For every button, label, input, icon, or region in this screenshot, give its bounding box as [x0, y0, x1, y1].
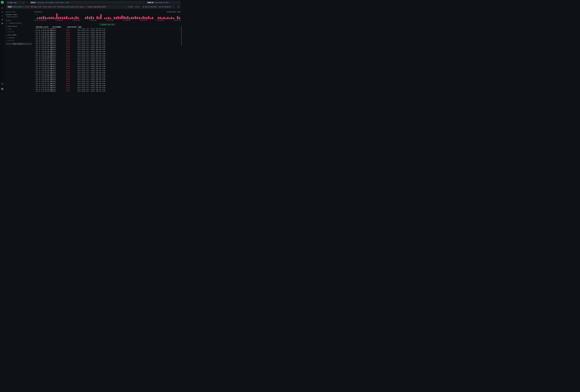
histogram-bar[interactable] — [75, 16, 77, 19]
histogram-bar[interactable] — [77, 17, 79, 19]
table-row[interactable]: ›Jun 11 1:54:40.218 PMpaymenterrorVisa c… — [34, 52, 180, 54]
histogram-bar[interactable] — [135, 16, 136, 19]
table-row[interactable]: ›Jun 11 1:55:51.448 PMpaymenterrorVisa c… — [34, 41, 180, 43]
histogram-bar[interactable] — [114, 17, 115, 19]
load-more-severity[interactable]: Load more — [6, 31, 32, 32]
row-expand-chevron-icon[interactable]: › — [34, 47, 36, 49]
row-expand-chevron-icon[interactable]: › — [34, 45, 36, 47]
table-row[interactable]: ›Jun 11 1:55:16.296 PMpaymenterrorVisa c… — [34, 45, 180, 47]
column-resize-handle[interactable]: ⋮ — [77, 26, 78, 28]
histogram-bar[interactable] — [150, 18, 151, 19]
row-expand-chevron-icon[interactable]: › — [34, 30, 36, 31]
histogram-bar[interactable] — [89, 17, 90, 19]
row-expand-chevron-icon[interactable]: › — [34, 54, 36, 56]
row-expand-chevron-icon[interactable]: › — [34, 75, 36, 77]
histogram-bar[interactable] — [66, 16, 67, 19]
table-row[interactable]: ›Jun 11 1:54:26.230 PMpaymenterrorVisa c… — [34, 54, 180, 56]
histogram-bar[interactable] — [106, 18, 107, 19]
histogram-bar[interactable] — [45, 17, 46, 19]
filter-group-servicename[interactable]: ServiceName — [6, 34, 32, 36]
table-row[interactable]: ›Jun 11 1:52:19.473 PMpaymenterrorVisa c… — [34, 79, 180, 81]
load-more-service[interactable]: Load more — [6, 40, 32, 41]
row-expand-chevron-icon[interactable]: › — [34, 64, 36, 66]
sessions-nav-icon[interactable] — [1, 19, 3, 20]
histogram-bar[interactable] — [146, 17, 147, 19]
table-row[interactable]: ›Jun 11 1:52:02.581 PMpaymenterrorVisa c… — [34, 81, 180, 83]
column-resize-handle[interactable]: ⋮ — [179, 26, 180, 28]
lucene-language-toggle[interactable]: Lucene — [135, 6, 140, 8]
table-row[interactable]: ›Jun 11 1:53:41.873 PMpaymenterrorVisa c… — [34, 60, 180, 62]
search-nav-icon[interactable] — [1, 7, 3, 9]
row-expand-chevron-icon[interactable]: › — [34, 52, 36, 54]
table-row[interactable]: ›Jun 11 1:56:38.534 PMpaymenterrorVisa c… — [34, 32, 180, 33]
histogram-bar[interactable] — [108, 17, 109, 19]
checkout-checkbox[interactable] — [6, 37, 7, 38]
denoise-checkbox[interactable] — [6, 22, 7, 24]
run-query-button[interactable] — [176, 5, 180, 8]
table-row[interactable]: ›Jun 11 1:55:59.760 PMpaymenterrorVisa c… — [34, 39, 180, 41]
chart-nav-icon[interactable] — [1, 15, 3, 17]
histogram-bar[interactable] — [37, 18, 38, 19]
table-row[interactable]: ›Jun 11 1:53:05.578 PMpaymenterrorVisa c… — [34, 68, 180, 69]
table-scrollbar-thumb[interactable] — [181, 26, 182, 46]
row-expand-chevron-icon[interactable]: › — [34, 51, 36, 52]
row-expand-chevron-icon[interactable]: › — [34, 39, 36, 41]
row-expand-chevron-icon[interactable]: › — [34, 43, 36, 45]
table-row[interactable]: ›Jun 11 1:56:42.995 PMpaymenterrorVisa c… — [34, 30, 180, 31]
table-row[interactable]: ›Jun 11 1:51:47.229 PMpaymenterrorVisa c… — [34, 85, 180, 86]
histogram-bar[interactable] — [56, 13, 58, 19]
table-row[interactable]: ›Jun 11 1:52:35.232 PMpaymenterrorVisa c… — [34, 73, 180, 75]
column-severitytext[interactable]: ⋮SeverityText — [66, 26, 77, 28]
table-row[interactable]: ›Jun 11 1:55:39.324 PMpaymenterrorVisa c… — [34, 43, 180, 45]
histogram-bar[interactable] — [60, 17, 61, 19]
histogram-bar[interactable] — [58, 17, 59, 19]
dashboards-nav-icon[interactable] — [1, 22, 3, 24]
table-row[interactable]: ›Jun 11 1:54:09.906 PMpaymenterrorVisa c… — [34, 56, 180, 58]
time-range-picker[interactable]: Jun 11 13:41:52 - Jun 11 13:56:52 — [142, 5, 175, 8]
row-expand-chevron-icon[interactable]: › — [34, 71, 36, 73]
table-row[interactable]: ›Jun 11 1:54:52.241 PMpaymenterrorVisa c… — [34, 49, 180, 50]
histogram-bar[interactable] — [160, 17, 161, 19]
help-button[interactable]: ? — [1, 83, 3, 85]
mode-results-table[interactable]: Results Table — [6, 13, 32, 16]
histogram-bar[interactable] — [41, 17, 42, 19]
histogram-bar[interactable] — [110, 18, 111, 19]
histogram-bar[interactable] — [104, 18, 106, 19]
histogram-bar[interactable] — [100, 14, 102, 19]
histogram-bar[interactable] — [64, 17, 65, 19]
histogram-bar[interactable] — [137, 17, 138, 19]
logs-nav-icon[interactable] — [1, 11, 3, 13]
table-row[interactable]: ›Jun 11 1:56:51.975 PMpaymenterrorVisa c… — [34, 28, 180, 30]
row-expand-chevron-icon[interactable]: › — [34, 62, 36, 64]
row-expand-chevron-icon[interactable]: › — [34, 81, 36, 83]
where-search-input[interactable]: WHERE SeverityText = 'error' AND Body IL… — [6, 5, 141, 8]
table-row[interactable]: ›Jun 11 1:56:08.948 PMpaymenterrorVisa c… — [34, 35, 180, 37]
row-expand-chevron-icon[interactable]: › — [34, 66, 36, 68]
table-row[interactable]: ›Jun 11 1:56:03.248 PMpaymenterrorVisa c… — [34, 37, 180, 39]
row-expand-chevron-icon[interactable]: › — [34, 83, 36, 85]
table-row[interactable]: ›Jun 11 1:52:51.824 PMpaymenterrorVisa c… — [34, 71, 180, 73]
histogram-bar[interactable] — [143, 16, 144, 19]
histogram-bar[interactable] — [97, 16, 98, 19]
histogram-bar[interactable] — [169, 18, 170, 19]
histogram-bar[interactable] — [68, 18, 69, 19]
histogram-bar[interactable] — [118, 16, 119, 19]
histogram-bar[interactable] — [127, 16, 129, 19]
user-avatar[interactable]: U — [1, 88, 3, 90]
histogram-bar[interactable] — [93, 17, 94, 19]
histogram-bar[interactable] — [49, 17, 50, 19]
table-row[interactable]: ›Jun 11 1:54:43.948 PMpaymenterrorVisa c… — [34, 51, 180, 52]
table-row[interactable]: ›Jun 11 1:51:31.415 PMpaymenterrorVisa c… — [34, 90, 180, 92]
more-filters-button[interactable]: More filters — [6, 43, 32, 45]
row-expand-chevron-icon[interactable]: › — [34, 68, 36, 69]
row-expand-chevron-icon[interactable]: › — [34, 73, 36, 75]
histogram-bar[interactable] — [91, 16, 92, 19]
histogram-bar[interactable] — [47, 18, 48, 19]
row-expand-chevron-icon[interactable]: › — [34, 28, 36, 30]
column-resize-handle[interactable]: ⋮ — [66, 26, 67, 28]
table-row[interactable]: ›Jun 11 1:55:07.827 PMpaymenterrorVisa c… — [34, 47, 180, 49]
table-row[interactable]: ›Jun 11 1:52:25.630 PMpaymenterrorVisa c… — [34, 77, 180, 79]
app-logo[interactable] — [1, 1, 3, 3]
histogram-bar[interactable] — [129, 18, 130, 19]
histogram-bar[interactable] — [177, 16, 178, 19]
